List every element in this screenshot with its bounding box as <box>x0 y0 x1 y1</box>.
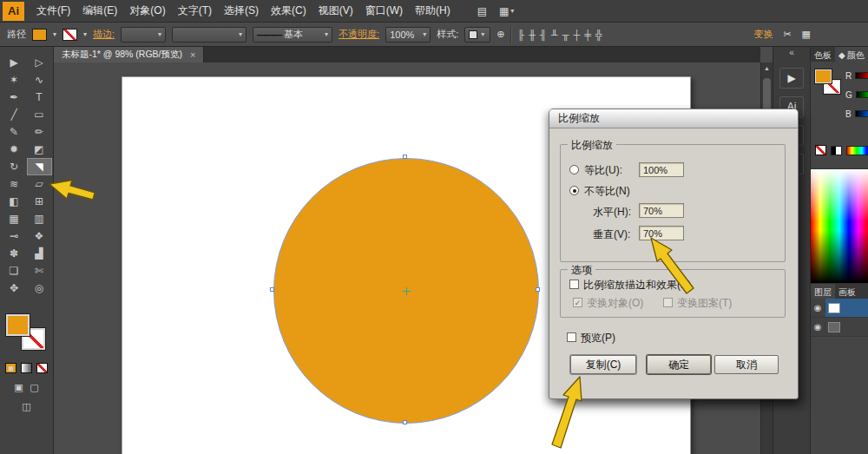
menu-file[interactable]: 文件(F) <box>30 0 76 23</box>
distribute-center-icon[interactable]: ┼ <box>573 30 580 40</box>
rectangle-tool[interactable]: ▭ <box>27 106 52 123</box>
fill-swatch[interactable] <box>6 314 30 336</box>
rotate-tool[interactable]: ↻ <box>2 158 27 175</box>
layer-selection[interactable] <box>825 299 868 317</box>
uniform-scale-field[interactable]: 100% <box>639 162 684 177</box>
line-segment-tool[interactable]: ╱ <box>2 106 27 123</box>
eyedropper-tool[interactable]: ⊸ <box>2 227 27 245</box>
isolate-icon[interactable]: ✂ <box>783 29 791 40</box>
document-setup-globe-icon[interactable]: ⊕ <box>496 29 504 40</box>
eraser-tool[interactable]: ◩ <box>27 141 52 158</box>
color-spectrum[interactable] <box>811 169 868 284</box>
horizontal-scale-field[interactable]: 70% <box>639 203 684 218</box>
hand-tool[interactable]: ✥ <box>2 280 27 297</box>
gradient-tool[interactable]: ▥ <box>27 210 52 227</box>
graphic-style-dropdown[interactable]: ▾ <box>464 27 490 43</box>
scroll-up-icon[interactable]: ▲ <box>761 63 773 74</box>
slice-tool[interactable]: ✄ <box>27 262 52 280</box>
nonuniform-radio[interactable] <box>569 186 579 195</box>
align-left-icon[interactable]: ╟ <box>517 30 524 40</box>
lasso-tool[interactable]: ∿ <box>27 71 52 89</box>
distribute-h-icon[interactable]: ╪ <box>584 30 591 40</box>
menu-select[interactable]: 选择(S) <box>218 0 265 23</box>
anchor-right[interactable] <box>536 287 540 292</box>
perspective-grid-tool[interactable]: ⊞ <box>27 193 52 210</box>
scale-strokes-checkbox[interactable] <box>569 280 579 289</box>
panel-fill-swatch[interactable] <box>815 69 832 83</box>
draw-behind-icon[interactable]: ▢ <box>29 382 40 392</box>
pen-tool[interactable]: ✒ <box>2 89 27 106</box>
zoom-tool[interactable]: ◎ <box>27 280 52 297</box>
align-right-icon[interactable]: ╢ <box>540 30 547 40</box>
pencil-tool[interactable]: ✏ <box>27 123 52 141</box>
menu-effect[interactable]: 效果(C) <box>265 0 312 23</box>
menu-view[interactable]: 视图(V) <box>312 0 359 23</box>
uniform-radio[interactable] <box>569 165 579 174</box>
r-slider[interactable] <box>855 72 868 79</box>
distribute-v-icon[interactable]: ╬ <box>595 30 602 40</box>
preview-checkbox[interactable] <box>567 332 576 342</box>
anchor-bottom[interactable] <box>403 420 407 424</box>
menu-object[interactable]: 对象(O) <box>123 0 171 23</box>
none-swatch-icon[interactable] <box>815 145 826 155</box>
gradient-button[interactable] <box>21 363 32 373</box>
paintbrush-tool[interactable]: ✎ <box>2 123 27 141</box>
align-bottom-icon[interactable]: ╨ <box>551 30 558 40</box>
brush-definition-dropdown[interactable]: ▾ <box>172 27 247 43</box>
arrange-documents-icon[interactable]: ▦ ▾ <box>499 5 514 17</box>
blob-brush-tool[interactable]: ✹ <box>2 141 27 158</box>
free-transform-tool[interactable]: ▱ <box>27 175 52 193</box>
layer-body[interactable] <box>825 318 868 336</box>
align-center-icon[interactable]: ╫ <box>529 30 536 40</box>
scale-tool[interactable]: ◥ <box>27 158 52 175</box>
b-slider[interactable] <box>855 110 868 117</box>
none-button[interactable] <box>36 363 48 373</box>
vertical-scale-field[interactable]: 70% <box>639 226 684 240</box>
direct-selection-tool[interactable]: ▷ <box>27 54 52 71</box>
close-icon[interactable]: × <box>190 49 195 60</box>
blend-tool[interactable]: ❖ <box>27 227 52 245</box>
align-top-icon[interactable]: ╥ <box>562 30 569 40</box>
selection-tool[interactable]: ▶ <box>2 54 27 71</box>
color-button[interactable]: ■ <box>5 363 16 373</box>
stroke-weight-dropdown[interactable]: ▾ <box>121 27 166 43</box>
dock-play-icon[interactable]: ▶ <box>779 68 804 89</box>
tab-layers[interactable]: 图层 <box>811 284 835 299</box>
eye-icon[interactable]: ◉ <box>811 303 825 313</box>
screen-mode-icon[interactable]: ◫ <box>21 401 32 411</box>
artboard-tool[interactable]: ❏ <box>2 262 27 280</box>
stroke-panel-link[interactable]: 描边: <box>93 28 115 41</box>
tab-artboards[interactable]: 画板 <box>835 284 859 299</box>
opacity-dropdown[interactable]: 100% ▾ <box>385 27 431 43</box>
opacity-link[interactable]: 不透明度: <box>339 28 379 41</box>
tab-color[interactable]: ◆ 颜色 <box>835 47 868 62</box>
draw-normal-icon[interactable]: ▣ <box>13 382 24 392</box>
expand-panels-icon[interactable]: « <box>773 47 810 60</box>
layer-row[interactable]: ◉ <box>811 318 868 337</box>
spectrum-strip[interactable] <box>846 146 868 155</box>
cancel-button[interactable]: 取消 <box>714 355 779 374</box>
transform-panel-link[interactable]: 变换 <box>753 28 773 41</box>
variable-width-profile-dropdown[interactable]: ——— 基本 ▾ <box>253 27 332 43</box>
symbol-sprayer-tool[interactable]: ✽ <box>2 245 27 262</box>
g-slider[interactable] <box>856 91 868 98</box>
mesh-tool[interactable]: ▦ <box>2 210 27 227</box>
chevron-down-icon[interactable]: ▾ <box>83 30 87 38</box>
chevron-down-icon[interactable]: ▾ <box>53 30 56 38</box>
menu-type[interactable]: 文字(T) <box>172 0 218 23</box>
layer-row[interactable]: ◉ <box>811 299 868 318</box>
copy-button[interactable]: 复制(C) <box>570 355 636 374</box>
shape-builder-tool[interactable]: ◧ <box>2 193 27 210</box>
eye-icon[interactable]: ◉ <box>811 322 825 332</box>
document-tab[interactable]: 未标题-1* @ 98% (RGB/预览) × <box>54 47 204 63</box>
anchor-left[interactable] <box>270 287 274 292</box>
width-tool[interactable]: ≋ <box>2 175 27 193</box>
ok-button[interactable]: 确定 <box>647 355 711 374</box>
anchor-top[interactable] <box>403 155 407 159</box>
magic-wand-tool[interactable]: ✶ <box>2 71 27 89</box>
dialog-titlebar[interactable]: 比例缩放 <box>549 109 798 128</box>
tab-swatches[interactable]: 色板 <box>811 47 835 62</box>
type-tool[interactable]: T <box>27 89 52 106</box>
menu-window[interactable]: 窗口(W) <box>359 0 409 23</box>
document-setup-icon[interactable]: ▤ <box>477 5 487 17</box>
